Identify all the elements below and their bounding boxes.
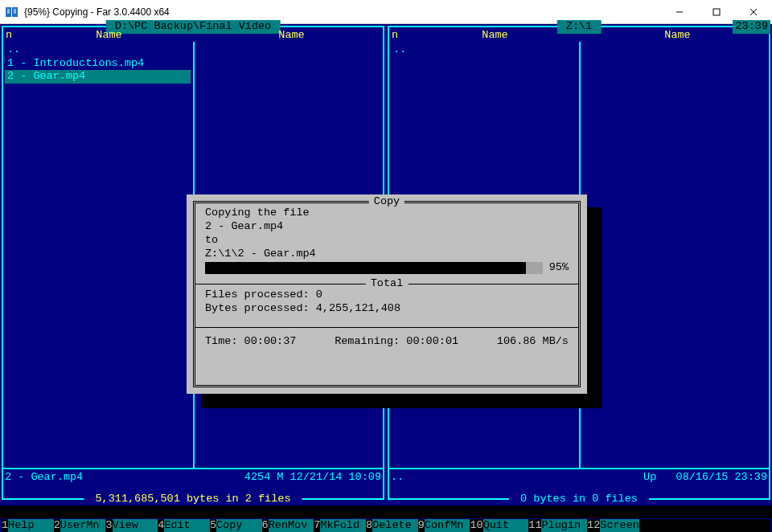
- bytes-processed: Bytes processed: 4,255,121,408: [205, 302, 569, 316]
- col-n-header[interactable]: n: [3, 29, 18, 42]
- fkey-num: 7: [314, 519, 320, 533]
- fkey-num: 11: [528, 519, 541, 533]
- left-summary: 5,311,685,501 bytes in 2 files: [84, 493, 302, 506]
- transfer-speed: 106.86 MB/s: [497, 335, 569, 349]
- list-item[interactable]: ..: [5, 43, 381, 57]
- fkey-renmov[interactable]: RenMov: [269, 519, 308, 533]
- right-status-line: .. Up 08/16/15 23:39: [391, 471, 767, 485]
- status-current-item: ..: [391, 471, 404, 485]
- progress-bar: [205, 262, 543, 274]
- list-item[interactable]: 1 - Introductions.mp4: [5, 57, 381, 71]
- progress-percent: 95%: [549, 261, 569, 275]
- left-status-line: 2 - Gear.mp4 4254 M 12/21/14 10:09: [5, 471, 381, 485]
- left-column-headers: n Name Name: [3, 29, 383, 42]
- fkey-num: 10: [470, 519, 482, 533]
- window-title: {95%} Copying - Far 3.0.4400 x64: [24, 6, 661, 18]
- maximize-button[interactable]: [698, 0, 735, 23]
- left-file-list[interactable]: .. 1 - Introductions.mp4 2 - Gear.mp4: [5, 43, 381, 84]
- col-name-header[interactable]: Name: [404, 29, 586, 42]
- fkey-num: 3: [105, 519, 112, 533]
- fkey-mkfold[interactable]: MkFold: [320, 519, 359, 533]
- fkey-usermn[interactable]: UserMn: [60, 519, 100, 533]
- copy-dialog[interactable]: Copy Copying the file 2 - Gear.mp4 to Z:…: [187, 194, 587, 394]
- command-line[interactable]: D:\PC Backup\Final Video>: [0, 505, 772, 519]
- fkey-quit[interactable]: Quit: [483, 519, 523, 533]
- fkey-num: 4: [158, 519, 164, 533]
- fkey-help[interactable]: Help: [8, 519, 47, 533]
- col-n-header[interactable]: n: [389, 29, 404, 42]
- fkey-num: 12: [587, 519, 600, 533]
- fkey-num: 5: [210, 519, 216, 533]
- progress-row: 95%: [205, 261, 569, 275]
- files-processed: Files processed: 0: [205, 289, 569, 302]
- status-current-file: 2 - Gear.mp4: [5, 471, 83, 485]
- fkey-edit[interactable]: Edit: [164, 519, 203, 533]
- progress-bar-fill: [205, 262, 526, 274]
- console-area: D:\PC Backup\Final Video n Name Name .. …: [0, 24, 772, 532]
- fkey-plugin[interactable]: Plugin: [541, 519, 581, 533]
- fkey-confmn[interactable]: ConfMn: [425, 519, 464, 533]
- fkey-view[interactable]: View: [113, 519, 152, 533]
- dialog-source: 2 - Gear.mp4: [205, 220, 569, 234]
- fkey-num: 6: [262, 519, 269, 533]
- fkey-num: 8: [366, 519, 372, 533]
- right-column-headers: n Name Name: [389, 29, 769, 42]
- time-remaining: Remaining: 00:00:01: [335, 335, 458, 349]
- dialog-to: to: [205, 234, 569, 248]
- fkey-num: 1: [2, 519, 8, 533]
- list-item[interactable]: ..: [391, 43, 767, 57]
- svg-rect-1: [12, 7, 18, 17]
- divider: [3, 468, 383, 469]
- time-elapsed: Time: 00:00:37: [205, 335, 296, 349]
- fkey-num: 9: [418, 519, 425, 533]
- right-file-list[interactable]: ..: [391, 43, 767, 57]
- fkey-bar: 1Help 2UserMn 3View 4Edit 5Copy 6RenMov …: [2, 519, 770, 533]
- status-details: Up 08/16/15 23:39: [643, 471, 767, 485]
- dialog-line: Copying the file: [205, 207, 569, 220]
- status-file-details: 4254 M 12/21/14 10:09: [244, 471, 381, 485]
- col-name-header[interactable]: Name: [18, 29, 200, 42]
- divider: [195, 327, 578, 328]
- svg-rect-0: [6, 7, 11, 17]
- col-name-header-2[interactable]: Name: [200, 29, 383, 42]
- svg-rect-9: [713, 9, 720, 15]
- app-icon: [5, 5, 19, 19]
- fkey-delete[interactable]: Delete: [372, 519, 412, 533]
- right-summary: 0 bytes in 0 files: [509, 493, 649, 506]
- dialog-title: Copy: [369, 195, 404, 209]
- col-name-header-2[interactable]: Name: [586, 29, 769, 42]
- fkey-screen[interactable]: Screen: [600, 519, 639, 533]
- list-item[interactable]: 2 - Gear.mp4: [5, 70, 191, 84]
- minimize-button[interactable]: [661, 0, 698, 23]
- fkey-num: 2: [54, 519, 60, 533]
- fkey-copy[interactable]: Copy: [216, 519, 256, 533]
- divider: [389, 468, 769, 469]
- dialog-dest: Z:\1\2 - Gear.mp4: [205, 248, 569, 261]
